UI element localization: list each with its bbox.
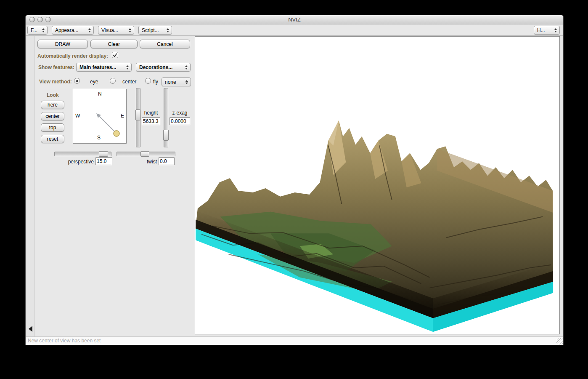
render-view[interactable] — [195, 36, 560, 334]
arrow-left-icon — [29, 326, 32, 332]
twist-slider-handle[interactable] — [140, 151, 149, 157]
panel-collapse-button[interactable] — [27, 325, 33, 333]
twist-input[interactable] — [159, 157, 175, 165]
show-features-label: Show features: — [38, 64, 74, 70]
scripting-menu-label: Script... — [142, 27, 163, 33]
fly-mode-label: none — [165, 79, 182, 85]
draw-button[interactable]: DRAW — [37, 40, 88, 48]
main-features-label: Main features... — [79, 64, 123, 70]
popup-arrows-icon — [165, 28, 170, 32]
eye-direction-arrow — [73, 89, 127, 144]
appearance-menu-label: Appeara... — [55, 27, 85, 33]
popup-arrows-icon — [127, 28, 132, 32]
titlebar[interactable]: NVIZ — [26, 15, 563, 24]
nviz-window: NVIZ F... Appeara... Visua... Script... … — [25, 15, 564, 345]
height-label: height — [142, 110, 160, 116]
view-center-label: center — [122, 79, 136, 85]
zexag-slider-handle[interactable] — [163, 130, 169, 141]
checkmark-icon — [112, 53, 118, 58]
terrain-rendering — [195, 37, 559, 334]
radio-dot-icon — [76, 80, 78, 82]
resize-grip[interactable] — [556, 338, 563, 344]
look-here-button[interactable]: here — [41, 101, 64, 109]
auto-render-label: Automatically render display: — [37, 53, 108, 59]
view-fly-radio[interactable] — [145, 78, 151, 84]
eye-position-widget[interactable]: N S W E — [73, 89, 127, 144]
main-features-dropdown[interactable]: Main features... — [76, 63, 132, 72]
popup-arrows-icon — [125, 65, 130, 69]
cancel-button[interactable]: Cancel — [140, 40, 190, 48]
view-eye-radio[interactable] — [74, 78, 80, 84]
help-menu-label: H... — [537, 27, 551, 33]
statusbar: New center of view has been set — [26, 336, 563, 345]
twist-slider[interactable] — [117, 152, 175, 156]
view-eye-label: eye — [90, 79, 98, 85]
control-panel: DRAW Clear Cancel Automatically render d… — [35, 36, 195, 336]
perspective-slider[interactable] — [54, 152, 111, 156]
height-slider-handle[interactable] — [135, 109, 141, 120]
decorations-dropdown[interactable]: Decorations... — [136, 63, 191, 72]
popup-arrows-icon — [553, 28, 558, 32]
twist-label: twist — [131, 159, 157, 165]
menubar: F... Appeara... Visua... Script... H... — [26, 24, 563, 36]
view-method-label: View method: — [39, 79, 72, 85]
zexag-slider[interactable] — [164, 88, 168, 147]
height-input[interactable] — [142, 117, 160, 125]
look-center-button[interactable]: center — [41, 112, 64, 120]
auto-render-checkbox[interactable] — [112, 52, 118, 58]
look-top-button[interactable]: top — [41, 123, 64, 132]
scripting-menu[interactable]: Script... — [138, 26, 172, 35]
clear-button[interactable]: Clear — [90, 40, 138, 48]
fly-mode-dropdown[interactable]: none — [162, 77, 191, 86]
file-menu-label: F... — [31, 27, 39, 33]
perspective-input[interactable] — [95, 157, 112, 165]
visualize-menu[interactable]: Visua... — [98, 26, 134, 35]
help-menu[interactable]: H... — [534, 26, 560, 35]
look-label: Look — [47, 92, 59, 98]
appearance-menu[interactable]: Appeara... — [52, 26, 94, 35]
zexag-input[interactable] — [170, 117, 190, 125]
popup-arrows-icon — [41, 28, 46, 32]
panel-edge-strip — [26, 36, 35, 336]
perspective-label: perspective — [67, 159, 94, 165]
status-message: New center of view has been set — [28, 337, 101, 345]
popup-arrows-icon — [87, 28, 92, 32]
eye-position-puck[interactable] — [114, 131, 119, 136]
visualize-menu-label: Visua... — [101, 27, 125, 33]
perspective-slider-handle[interactable] — [99, 151, 108, 157]
look-reset-button[interactable]: reset — [41, 135, 64, 143]
window-title: NVIZ — [26, 15, 563, 24]
popup-arrows-icon — [184, 80, 189, 84]
decorations-label: Decorations... — [139, 64, 182, 70]
file-menu[interactable]: F... — [27, 26, 48, 35]
view-fly-label: fly — [153, 79, 158, 85]
popup-arrows-icon — [184, 65, 189, 69]
view-center-radio[interactable] — [110, 78, 116, 84]
height-slider[interactable] — [136, 88, 140, 147]
zexag-label: z-exag — [170, 110, 190, 116]
